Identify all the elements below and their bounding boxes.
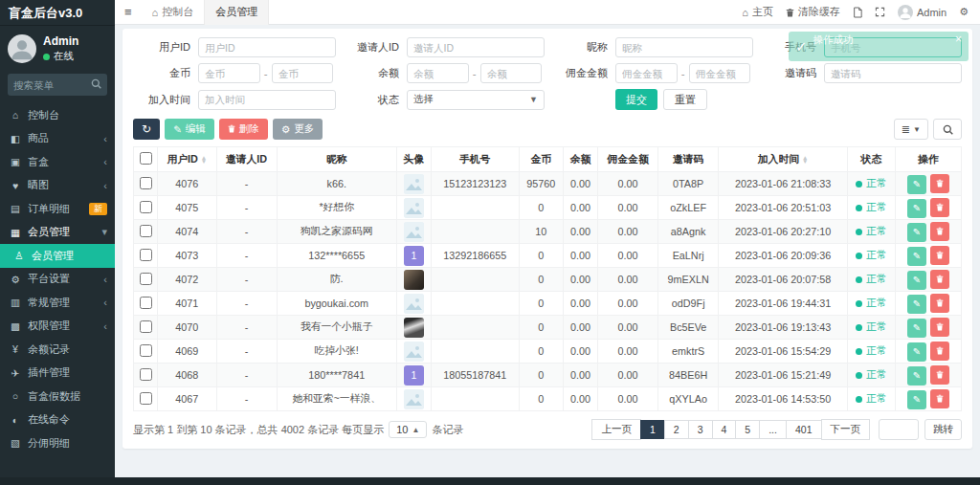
tab-member-management[interactable]: 会员管理 <box>204 0 269 25</box>
tab-dashboard[interactable]: ⌂ 控制台 <box>142 0 205 25</box>
row-checkbox[interactable] <box>140 273 152 285</box>
search-icon[interactable] <box>91 78 101 91</box>
row-checkbox[interactable] <box>140 225 152 237</box>
row-checkbox[interactable] <box>140 177 152 189</box>
row-edit-button[interactable]: ✎ <box>907 342 926 362</box>
row-edit-button[interactable]: ✎ <box>907 223 926 242</box>
next-page-button[interactable]: 下一页 <box>821 419 871 440</box>
row-delete-button[interactable] <box>930 294 949 313</box>
pagination: 上一页12345...401下一页 <box>592 419 870 440</box>
sidebar-item-plugin[interactable]: ✈插件管理 <box>0 362 115 386</box>
sidebar-item-balance[interactable]: ¥余额记录 <box>0 338 115 362</box>
more-button[interactable]: ⚙更多 <box>273 119 323 140</box>
columns-button[interactable]: ≣▼ <box>894 119 928 140</box>
sidebar-search-input[interactable] <box>13 79 91 91</box>
row-edit-button[interactable]: ✎ <box>907 271 926 290</box>
submit-button[interactable]: 提交 <box>615 89 657 110</box>
row-delete-button[interactable] <box>930 318 949 337</box>
page-button[interactable]: 401 <box>786 420 822 439</box>
refresh-button[interactable]: ↻ <box>133 119 160 140</box>
sort-icon[interactable]: ▲▼ <box>201 156 207 164</box>
balance-from-input[interactable] <box>407 63 469 83</box>
commission-from-input[interactable] <box>615 63 678 83</box>
page-jump-button[interactable]: 跳转 <box>924 419 962 440</box>
close-icon[interactable]: × <box>955 33 962 46</box>
sort-icon[interactable]: ▲▼ <box>802 156 808 164</box>
row-delete-button[interactable] <box>930 198 949 217</box>
sidebar-item-dashboard[interactable]: ⌂控制台 <box>0 103 115 127</box>
row-edit-button[interactable]: ✎ <box>907 319 926 338</box>
row-edit-button[interactable]: ✎ <box>907 390 926 409</box>
join-time-input[interactable] <box>198 90 336 110</box>
status-select[interactable]: 选择 ▼ <box>407 90 545 110</box>
gold-to-input[interactable] <box>272 63 334 83</box>
user-id-input[interactable] <box>198 37 336 57</box>
sidebar-item-fake-data[interactable]: ○盲盒假数据 <box>0 385 115 408</box>
nickname-input[interactable] <box>615 37 753 57</box>
row-checkbox[interactable] <box>140 201 152 213</box>
home-link[interactable]: ⌂ 主页 <box>742 5 773 19</box>
sidebar-item-command[interactable]: ◐在线命令 <box>0 408 115 432</box>
avatar <box>404 342 424 362</box>
row-delete-button[interactable] <box>930 389 949 408</box>
sidebar-item-member-group[interactable]: ▦会员管理▾ <box>0 221 115 245</box>
page-size-select[interactable]: 10 ▲ <box>389 421 427 438</box>
page-button[interactable]: 2 <box>664 420 689 439</box>
search-toggle-button[interactable] <box>933 119 962 140</box>
page-button[interactable]: ... <box>759 420 787 439</box>
sidebar-item-orders[interactable]: ▤订单明细新 <box>0 197 115 221</box>
row-delete-button[interactable] <box>930 342 949 361</box>
row-edit-button[interactable]: ✎ <box>907 175 926 194</box>
row-checkbox[interactable] <box>140 320 152 333</box>
page-jump-input[interactable] <box>879 419 919 440</box>
row-delete-button[interactable] <box>930 222 949 241</box>
row-delete-button[interactable] <box>930 174 949 193</box>
row-checkbox[interactable] <box>140 392 152 405</box>
sidebar: 盲盒后台v3.0 Admin 在线 ⌂控制台◧商品‹▣盲盒‹♥晒图‹▤订单明细新… <box>0 0 115 485</box>
menu-toggle-icon[interactable]: ≡ <box>115 5 142 19</box>
select-all-checkbox[interactable] <box>140 152 152 165</box>
fullscreen-icon[interactable] <box>875 7 885 17</box>
row-checkbox[interactable] <box>140 368 152 381</box>
reset-button[interactable]: 重置 <box>663 89 707 110</box>
column-header[interactable]: 用户ID▲▼ <box>158 147 216 172</box>
document-icon[interactable] <box>853 7 862 18</box>
admin-menu[interactable]: Admin <box>898 5 947 20</box>
gear-icon[interactable]: ⚙ <box>959 6 969 18</box>
row-edit-button[interactable]: ✎ <box>907 199 926 218</box>
delete-button[interactable]: 删除 <box>219 119 268 140</box>
sidebar-item-photos[interactable]: ♥晒图‹ <box>0 174 115 198</box>
edit-button[interactable]: ✎编辑 <box>165 119 214 140</box>
balance-to-input[interactable] <box>480 63 543 83</box>
inviter-id-input[interactable] <box>407 37 545 57</box>
row-edit-button[interactable]: ✎ <box>907 295 926 314</box>
row-checkbox[interactable] <box>140 344 152 357</box>
sidebar-item-general[interactable]: ▥常规管理‹ <box>0 291 115 315</box>
prev-page-button[interactable]: 上一页 <box>591 419 641 440</box>
row-checkbox[interactable] <box>140 297 152 309</box>
sidebar-item-blindbox[interactable]: ▣盲盒‹ <box>0 150 115 174</box>
page-button[interactable]: 1 <box>640 420 665 439</box>
page-button[interactable]: 3 <box>688 420 713 439</box>
commission-to-input[interactable] <box>689 63 751 83</box>
row-edit-button[interactable]: ✎ <box>907 366 926 386</box>
cell-balance: 0.00 <box>564 220 598 244</box>
row-delete-button[interactable] <box>930 365 949 385</box>
sidebar-item-permission[interactable]: ▩权限管理‹ <box>0 315 115 339</box>
row-delete-button[interactable] <box>930 246 949 265</box>
gold-from-input[interactable] <box>198 63 260 83</box>
row-delete-button[interactable] <box>930 270 949 289</box>
sidebar-item-platform[interactable]: ⚙平台设置‹ <box>0 268 115 292</box>
cell-inviter-id: - <box>216 292 277 316</box>
clear-cache-button[interactable]: 清除缓存 <box>786 5 840 19</box>
sidebar-item-commission[interactable]: ▧分佣明细 <box>0 431 115 455</box>
order-list-icon: ▤ <box>8 203 23 214</box>
page-button[interactable]: 5 <box>735 420 760 439</box>
row-checkbox[interactable] <box>140 249 152 261</box>
sidebar-item-goods[interactable]: ◧商品‹ <box>0 127 115 151</box>
invite-code-input[interactable] <box>824 63 962 83</box>
sidebar-item-member[interactable]: ♙会员管理 <box>0 244 115 268</box>
column-header[interactable]: 加入时间▲▼ <box>719 147 848 172</box>
page-button[interactable]: 4 <box>712 420 737 439</box>
row-edit-button[interactable]: ✎ <box>907 247 926 266</box>
